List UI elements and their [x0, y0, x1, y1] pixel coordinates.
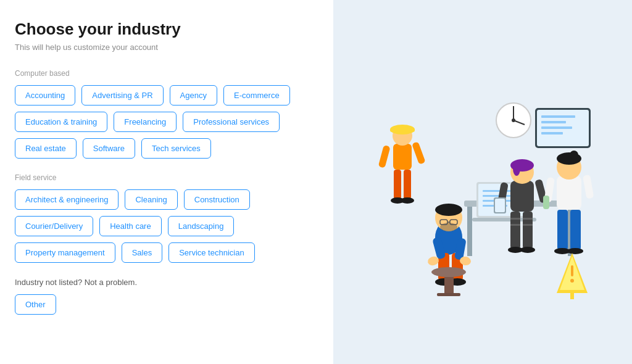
svg-rect-68: [541, 115, 575, 118]
page-title: Choose your industry: [15, 20, 314, 39]
svg-rect-64: [378, 145, 391, 168]
svg-point-52: [567, 248, 583, 254]
industry-btn-courier-delivery[interactable]: Courier/Delivery: [15, 216, 93, 236]
industry-btn-health-care[interactable]: Health care: [99, 216, 161, 236]
right-panel: [333, 0, 632, 364]
tag-row-1-0: Architect & engineeringCleaningConstruct…: [15, 189, 314, 210]
svg-rect-36: [510, 224, 520, 226]
industry-btn-real-estate[interactable]: Real estate: [15, 138, 77, 159]
page-subtitle: This will help us customize your account: [15, 43, 314, 52]
industry-btn-architect---engineering[interactable]: Architect & engineering: [15, 189, 118, 210]
svg-point-32: [513, 161, 520, 176]
industry-btn-accounting[interactable]: Accounting: [15, 85, 75, 105]
other-button[interactable]: Other: [15, 294, 56, 315]
svg-rect-54: [583, 175, 594, 199]
svg-rect-45: [557, 176, 581, 210]
svg-rect-55: [543, 196, 549, 209]
svg-rect-27: [449, 277, 454, 296]
left-panel: Choose your industry This will help us c…: [0, 0, 333, 364]
svg-rect-60: [394, 170, 401, 199]
svg-rect-69: [541, 121, 566, 123]
svg-rect-71: [541, 132, 563, 134]
svg-rect-28: [437, 293, 460, 296]
svg-rect-1: [467, 207, 472, 256]
svg-rect-26: [444, 277, 449, 296]
industry-btn-construction[interactable]: Construction: [184, 189, 250, 210]
tag-row-0-1: Education & trainingFreelancingProfessio…: [15, 112, 314, 132]
svg-rect-61: [404, 170, 411, 199]
svg-point-63: [401, 197, 414, 204]
svg-point-13: [440, 223, 457, 231]
industry-btn-freelancing[interactable]: Freelancing: [114, 112, 177, 132]
section-label-1: Field service: [15, 173, 314, 182]
industry-btn-cleaning[interactable]: Cleaning: [125, 189, 177, 210]
svg-rect-50: [570, 210, 581, 250]
svg-point-40: [520, 247, 535, 253]
svg-rect-70: [541, 126, 572, 129]
tag-row-1-2: Property managementSalesService technici…: [15, 242, 314, 263]
svg-rect-59: [390, 128, 415, 132]
svg-point-48: [570, 151, 578, 159]
industry-btn-property-management[interactable]: Property management: [15, 242, 115, 263]
industry-btn-sales[interactable]: Sales: [122, 242, 163, 263]
svg-rect-38: [523, 224, 533, 226]
tag-row-0-0: AccountingAdvertising & PRAgencyE-commer…: [15, 85, 314, 105]
industry-btn-agency[interactable]: Agency: [170, 85, 217, 105]
industry-btn-software[interactable]: Software: [83, 138, 135, 159]
svg-rect-49: [557, 210, 568, 250]
industry-btn-advertising---pr[interactable]: Advertising & PR: [81, 85, 163, 105]
svg-point-25: [431, 267, 466, 277]
section-label-0: Computer based: [15, 69, 314, 78]
svg-rect-79: [571, 265, 573, 276]
svg-point-80: [570, 279, 574, 283]
svg-rect-78: [570, 290, 574, 299]
svg-rect-44: [495, 199, 505, 212]
tag-row-0-2: Real estateSoftwareTech services: [15, 138, 314, 159]
industry-btn-education---training[interactable]: Education & training: [15, 112, 107, 132]
tag-row-1-1: Courier/DeliveryHealth careLandscaping: [15, 216, 314, 236]
svg-rect-29: [510, 181, 534, 212]
svg-rect-65: [412, 141, 426, 165]
industry-btn-landscaping[interactable]: Landscaping: [168, 216, 235, 236]
illustration: [353, 46, 612, 318]
svg-rect-34: [523, 212, 533, 249]
svg-rect-56: [393, 144, 412, 170]
svg-rect-35: [510, 218, 520, 220]
svg-rect-37: [523, 218, 533, 220]
svg-point-12: [435, 204, 462, 216]
industry-btn-professional-services[interactable]: Professional services: [183, 112, 280, 132]
industry-btn-tech-services[interactable]: Tech services: [141, 138, 211, 159]
industry-btn-service-technician[interactable]: Service technician: [168, 242, 255, 263]
industry-btn-e-commerce[interactable]: E-commerce: [223, 85, 290, 105]
not-listed-label: Industry not listed? Not a problem.: [15, 278, 314, 287]
svg-rect-33: [510, 212, 520, 249]
